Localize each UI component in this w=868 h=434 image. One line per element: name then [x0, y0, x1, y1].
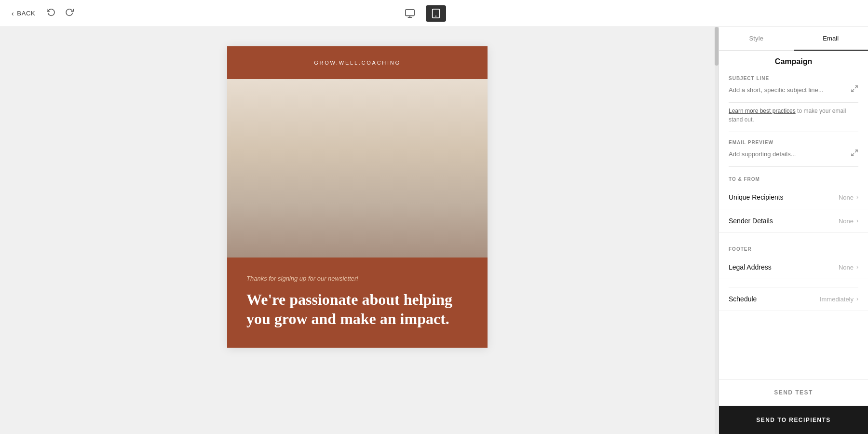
sender-details-row[interactable]: Sender Details None ›: [719, 209, 868, 233]
email-preview: GROW.WELL.COACHING: [227, 46, 488, 348]
email-preview-section: EMAIL PREVIEW: [719, 132, 868, 166]
email-image-container: [227, 79, 488, 258]
schedule-chevron-icon: ›: [856, 296, 858, 302]
schedule-right: Immediately ›: [820, 296, 858, 303]
nav-history: [45, 6, 76, 21]
undo-button[interactable]: [45, 6, 57, 21]
sender-details-right: None ›: [839, 217, 858, 225]
undo-icon: [47, 8, 55, 16]
canvas-area[interactable]: GROW.WELL.COACHING: [0, 27, 715, 434]
svg-rect-0: [405, 9, 414, 15]
svg-line-61: [852, 153, 854, 156]
email-headline: We're passionate about helping you grow …: [246, 290, 468, 328]
footer-label: FOOTER: [719, 237, 868, 256]
unique-recipients-chevron-icon: ›: [856, 194, 858, 201]
unique-recipients-row[interactable]: Unique Recipients None ›: [719, 186, 868, 209]
subject-line-row: [729, 85, 858, 95]
subject-helper-text: Learn more best practices to make your e…: [719, 103, 868, 132]
sender-details-value: None: [839, 217, 854, 225]
send-to-recipients-button[interactable]: SEND TO RECIPIENTS: [719, 406, 868, 434]
right-panel: Style Email Campaign SUBJECT LINE: [719, 27, 868, 434]
schedule-label: Schedule: [729, 295, 757, 303]
panel-footer: SEND TEST SEND TO RECIPIENTS: [719, 379, 868, 434]
redo-button[interactable]: [63, 6, 76, 21]
unique-recipients-value: None: [839, 194, 854, 201]
svg-line-58: [855, 86, 857, 88]
schedule-row[interactable]: Schedule Immediately ›: [719, 287, 868, 311]
tablet-view-button[interactable]: [426, 5, 446, 22]
device-toggle: [400, 5, 446, 22]
email-header: GROW.WELL.COACHING: [227, 46, 488, 79]
schedule-value: Immediately: [820, 296, 854, 303]
main-layout: GROW.WELL.COACHING: [0, 27, 868, 434]
email-tagline: Thanks for signing up for our newsletter…: [246, 275, 468, 282]
sender-details-chevron-icon: ›: [856, 217, 858, 224]
subject-line-label: SUBJECT LINE: [729, 76, 858, 81]
panel-content: Campaign SUBJECT LINE: [719, 51, 868, 379]
email-preview-row: [729, 149, 858, 159]
desktop-view-button[interactable]: [400, 5, 420, 22]
redo-icon: [65, 8, 74, 16]
tab-style[interactable]: Style: [719, 27, 794, 51]
legal-address-label: Legal Address: [729, 263, 772, 271]
email-preview-label: EMAIL PREVIEW: [729, 140, 858, 145]
send-test-button[interactable]: SEND TEST: [719, 380, 868, 406]
scrollbar-thumb: [715, 27, 719, 66]
back-label: BACK: [17, 10, 35, 17]
panel-tabs: Style Email: [719, 27, 868, 51]
subject-line-input[interactable]: [729, 86, 847, 94]
unique-recipients-label: Unique Recipients: [729, 193, 784, 201]
campaign-title: Campaign: [719, 51, 868, 76]
legal-address-value: None: [839, 264, 854, 271]
email-body: Thanks for signing up for our newsletter…: [227, 258, 488, 348]
schedule-group: Schedule Immediately ›: [719, 287, 868, 311]
email-brand: GROW.WELL.COACHING: [237, 60, 478, 66]
legal-address-right: None ›: [839, 264, 858, 271]
email-scene: [227, 79, 488, 258]
nav-left: ‹ BACK: [12, 6, 76, 21]
to-from-group: Unique Recipients None › Sender Details …: [719, 186, 868, 233]
scene-background: [227, 79, 488, 258]
tablet-icon: [431, 8, 441, 19]
tab-email[interactable]: Email: [794, 27, 868, 51]
back-arrow-icon: ‹: [12, 10, 14, 17]
email-preview-expand-icon[interactable]: [851, 149, 858, 159]
to-from-label: TO & FROM: [719, 167, 868, 186]
best-practices-link[interactable]: Learn more best practices: [729, 108, 796, 114]
svg-line-59: [852, 89, 854, 92]
subject-line-section: SUBJECT LINE: [719, 76, 868, 102]
canvas-scrollbar[interactable]: [715, 27, 719, 434]
subject-line-expand-icon[interactable]: [851, 85, 858, 95]
top-nav: ‹ BACK: [0, 0, 868, 27]
legal-address-row[interactable]: Legal Address None ›: [719, 256, 868, 279]
legal-address-chevron-icon: ›: [856, 264, 858, 271]
footer-group: Legal Address None ›: [719, 256, 868, 279]
unique-recipients-right: None ›: [839, 194, 858, 201]
back-button[interactable]: ‹ BACK: [12, 10, 35, 17]
svg-line-60: [855, 150, 857, 152]
email-preview-input[interactable]: [729, 150, 847, 158]
sender-details-label: Sender Details: [729, 217, 773, 225]
desktop-icon: [405, 8, 415, 19]
